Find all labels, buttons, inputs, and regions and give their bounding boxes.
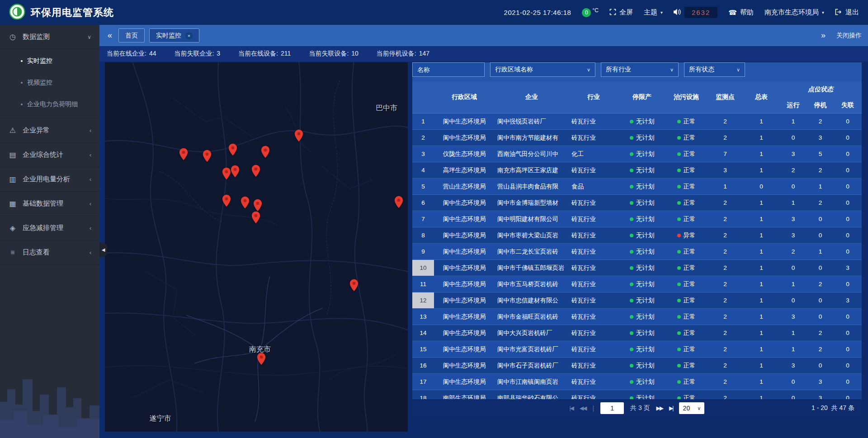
cell-points: 2 bbox=[707, 358, 743, 373]
status-dot bbox=[630, 217, 633, 221]
theme-dropdown[interactable]: 主题 ▾ bbox=[644, 8, 663, 17]
cell-points: 2 bbox=[707, 260, 743, 276]
map-pin-icon[interactable] bbox=[203, 150, 212, 162]
org-dropdown[interactable]: 南充市生态环境局 ▾ bbox=[764, 8, 824, 17]
map-pin-icon[interactable] bbox=[349, 279, 359, 292]
logout-button[interactable]: 退出 bbox=[835, 8, 859, 17]
cell-running: 3 bbox=[779, 309, 807, 325]
map-pin-icon[interactable] bbox=[251, 165, 260, 177]
tab-close-icon[interactable]: × bbox=[185, 32, 193, 39]
alarm-widget[interactable]: 2632 bbox=[674, 7, 717, 18]
cell-running: 1 bbox=[779, 195, 807, 211]
cell-index: 9 bbox=[412, 244, 434, 259]
col-running: 运行 bbox=[779, 97, 807, 113]
cell-meters: 1 bbox=[743, 227, 779, 243]
map-pin-icon[interactable] bbox=[228, 143, 237, 156]
page-number-input[interactable] bbox=[600, 402, 624, 414]
sidebar-subitem[interactable]: 实时监控 bbox=[0, 50, 99, 72]
map-pin-icon[interactable] bbox=[251, 211, 260, 224]
table-row[interactable]: 12 阆中生态环境局 阆中市忠信建材有限公 砖瓦行业 无计划 正常 2 1 0 … bbox=[412, 292, 862, 309]
map-pin-icon[interactable] bbox=[179, 148, 188, 160]
datetime-text: 2021-02-25 17:46:18 bbox=[504, 9, 571, 16]
map-pin-icon[interactable] bbox=[294, 129, 303, 142]
table-row[interactable]: 11 阆中生态环境局 阆中市五马桥页岩机砖 砖瓦行业 无计划 正常 2 1 1 … bbox=[412, 276, 862, 292]
status-dot bbox=[630, 152, 633, 156]
tab-home[interactable]: 首页 bbox=[118, 28, 145, 42]
table-row[interactable]: 4 高坪生态环境局 南充市高坪区王家店建 砖瓦行业 无计划 正常 3 1 2 2… bbox=[412, 162, 862, 179]
status-dot bbox=[677, 364, 681, 367]
map-pin-icon[interactable] bbox=[257, 353, 266, 365]
sidebar-item[interactable]: ▤ 企业综合统计 ‹ bbox=[0, 143, 99, 167]
cell-company: 阆中市忠信建材有限公 bbox=[495, 292, 569, 308]
cell-offline: 3 bbox=[834, 292, 862, 308]
status-select[interactable]: 所有状态 ∨ bbox=[684, 62, 745, 77]
last-page-icon[interactable]: ▶| bbox=[669, 405, 673, 411]
map-pin-icon[interactable] bbox=[222, 194, 231, 207]
chevron-down-icon: ∨ bbox=[736, 67, 740, 73]
sidebar-subitem[interactable]: 企业电力负荷明细 bbox=[0, 94, 99, 115]
table-row[interactable]: 6 阆中生态环境局 阆中市金博瑞新型墙材 砖瓦行业 无计划 正常 2 1 1 2… bbox=[412, 195, 862, 211]
tabs-scroll-right-icon[interactable]: » bbox=[819, 31, 827, 40]
map-pin-icon[interactable] bbox=[222, 167, 231, 180]
map-pin-icon[interactable] bbox=[231, 165, 240, 178]
region-select[interactable]: 行政区域名称 ∨ bbox=[490, 62, 595, 77]
col-index bbox=[412, 81, 434, 113]
chevron-down-icon: ∨ bbox=[587, 67, 590, 73]
cell-facility: 正常 bbox=[665, 195, 707, 211]
prev-page-icon[interactable]: ◀◀ bbox=[580, 405, 586, 411]
table-row[interactable]: 14 阆中生态环境局 阆中大兴页岩机砖厂 砖瓦行业 无计划 正常 2 1 1 2… bbox=[412, 325, 862, 341]
sidebar-item[interactable]: ◈ 应急减排管理 ‹ bbox=[0, 216, 99, 240]
tab-realtime-monitor[interactable]: 实时监控 × bbox=[149, 28, 199, 42]
table-row[interactable]: 7 阆中生态环境局 阆中明阳建材有限公司 砖瓦行业 无计划 正常 2 1 3 0… bbox=[412, 211, 862, 227]
map-panel[interactable]: 巴中市南充市遂宁市 bbox=[105, 62, 408, 432]
map-pin-icon[interactable] bbox=[261, 146, 270, 158]
collapse-sidebar-button[interactable]: ◀ bbox=[99, 243, 107, 257]
map-pin-icon[interactable] bbox=[241, 196, 250, 209]
cell-limit: 无计划 bbox=[618, 179, 665, 194]
table-row[interactable]: 15 阆中生态环境局 阆中市光富页岩机砖厂 砖瓦行业 无计划 正常 2 1 1 … bbox=[412, 341, 862, 358]
cell-industry: 砖瓦行业 bbox=[569, 260, 618, 276]
row-index: 2 bbox=[421, 134, 425, 141]
cell-meters: 1 bbox=[743, 390, 779, 399]
row-index: 3 bbox=[421, 151, 425, 157]
map-pin-icon[interactable] bbox=[253, 199, 262, 212]
sidebar-item[interactable]: ◷ 数据监测 ∨ bbox=[0, 25, 99, 49]
table-row[interactable]: 3 仪陇生态环境局 西南油气田分公司川中 化工 无计划 正常 7 1 3 5 0 bbox=[412, 146, 862, 162]
first-page-icon[interactable]: |◀ bbox=[570, 405, 573, 411]
table-row[interactable]: 8 阆中生态环境局 阆中市枣碧大梁山页岩 砖瓦行业 无计划 异常 2 1 3 0… bbox=[412, 227, 862, 244]
table-row[interactable]: 13 阆中生态环境局 阆中市金福旺页岩机砖 砖瓦行业 无计划 正常 2 1 3 … bbox=[412, 309, 862, 325]
cell-offline: 0 bbox=[834, 179, 862, 194]
sidebar-item[interactable]: ≡ 日志查看 ‹ bbox=[0, 240, 99, 265]
cell-running: 1 bbox=[779, 276, 807, 292]
table-row[interactable]: 5 营山生态环境局 营山县润丰肉食品有限 食品 无计划 正常 1 0 0 1 0 bbox=[412, 179, 862, 195]
sidebar-subitem[interactable]: 视频监控 bbox=[0, 72, 99, 94]
cell-region: 阆中生态环境局 bbox=[434, 195, 495, 211]
cell-offline: 0 bbox=[834, 162, 862, 178]
table-row[interactable]: 17 阆中生态环境局 阆中市江南镇阆南页岩 砖瓦行业 无计划 正常 2 1 0 … bbox=[412, 374, 862, 390]
table-row[interactable]: 16 阆中生态环境局 阆中市石子页岩机砖厂 砖瓦行业 无计划 正常 2 1 3 … bbox=[412, 358, 862, 374]
close-operations-button[interactable]: 关闭操作 bbox=[836, 32, 862, 40]
cell-stopped: 1 bbox=[807, 244, 834, 259]
tabs-scroll-left-icon[interactable]: « bbox=[106, 31, 114, 40]
help-button[interactable]: ☎ 帮助 bbox=[728, 8, 754, 17]
status-dot bbox=[630, 315, 633, 319]
table-row[interactable]: 18 南部生态环境局 南部县瑞华砂石有限公 砖瓦行业 无计划 正常 2 1 0 … bbox=[412, 390, 862, 399]
table-row[interactable]: 1 阆中生态环境局 阆中强锐页岩砖厂 砖瓦行业 无计划 正常 2 1 1 2 0 bbox=[412, 113, 862, 130]
next-page-icon[interactable]: ▶▶ bbox=[656, 405, 663, 411]
map-pin-icon[interactable] bbox=[394, 196, 403, 208]
industry-select[interactable]: 所有行业 ∨ bbox=[601, 62, 679, 77]
cell-facility: 正常 bbox=[665, 276, 707, 292]
fullscreen-button[interactable]: 全屏 bbox=[609, 8, 633, 17]
cell-index: 15 bbox=[412, 341, 434, 357]
sidebar-item[interactable]: ⚠ 企业异常 ‹ bbox=[0, 118, 99, 143]
table-row[interactable]: 10 阆中生态环境局 阆中市千佛镇五郎堰页岩 砖瓦行业 无计划 正常 2 1 0… bbox=[412, 260, 862, 276]
status-dot bbox=[630, 331, 633, 335]
help-label: 帮助 bbox=[740, 8, 754, 17]
name-search-input[interactable] bbox=[412, 62, 485, 77]
page-size-select[interactable]: 20 ∨ bbox=[679, 402, 704, 414]
sidebar-item[interactable]: ▦ 基础数据管理 ‹ bbox=[0, 192, 99, 216]
table-row[interactable]: 9 阆中生态环境局 阆中市二龙长宝页岩砖 砖瓦行业 无计划 正常 2 1 2 1… bbox=[412, 244, 862, 260]
sidebar-item[interactable]: ▥ 企业用电量分析 ‹ bbox=[0, 167, 99, 192]
sidebar-submenu: 实时监控 视频监控 企业电力负荷明细 bbox=[0, 49, 99, 118]
table-row[interactable]: 2 阆中生态环境局 阆中市南方节能建材有 砖瓦行业 无计划 正常 2 1 0 3… bbox=[412, 130, 862, 146]
